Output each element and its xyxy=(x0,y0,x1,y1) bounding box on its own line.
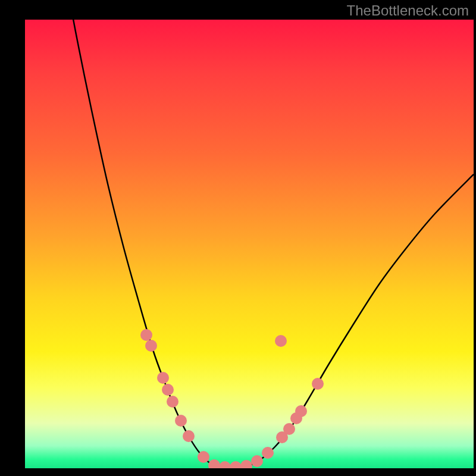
data-marker xyxy=(162,384,174,396)
data-marker xyxy=(157,372,169,384)
data-marker xyxy=(251,455,263,467)
plot-area xyxy=(25,20,474,468)
data-marker xyxy=(198,451,209,463)
data-marker xyxy=(312,378,324,390)
bottleneck-curve xyxy=(67,20,474,468)
data-marker xyxy=(283,423,295,435)
data-marker xyxy=(183,430,195,442)
marker-group xyxy=(140,329,324,468)
data-marker xyxy=(219,461,231,468)
watermark-text: TheBottleneck.com xyxy=(347,2,469,19)
data-marker xyxy=(240,460,252,468)
data-marker xyxy=(145,340,157,352)
data-marker xyxy=(275,335,287,347)
data-marker xyxy=(140,329,152,341)
data-marker xyxy=(230,461,242,468)
curve-svg xyxy=(25,20,474,468)
data-marker xyxy=(262,447,274,459)
data-marker xyxy=(167,396,178,408)
chart-container: TheBottleneck.com xyxy=(0,0,476,476)
data-marker xyxy=(295,405,307,417)
data-marker xyxy=(208,459,220,468)
data-marker xyxy=(175,415,187,427)
